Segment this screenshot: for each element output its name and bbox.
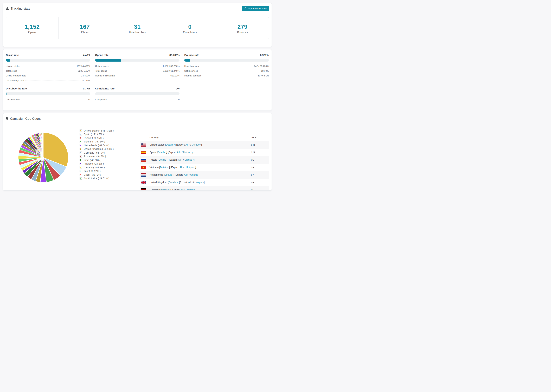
legend-item-italy[interactable]: Italy ( 36 / 2% ) — [80, 169, 114, 173]
geo-table-row-nl: Netherlands [Details ›] [Export: All › /… — [140, 171, 269, 179]
legend-label: Romania ( 49 / 3% ) — [84, 155, 106, 158]
legend-item-netherlands[interactable]: Netherlands ( 67 / 4% ) — [80, 143, 114, 147]
bar-chart-icon — [6, 7, 9, 11]
geo-table-header-row: Country Total — [140, 133, 269, 141]
legend-swatch — [80, 152, 82, 154]
geo-country-name: Germany — [149, 189, 161, 190]
legend-swatch — [80, 170, 82, 172]
rate-stat-value: 19 / 6.81% — [258, 74, 269, 77]
rate-section-bounce-rate: Bounce rate 6.927% Hard bounces 242 / 86… — [184, 54, 269, 84]
details-link[interactable]: Details › — [158, 158, 168, 161]
rate-stat-value: 0 — [178, 98, 180, 101]
dotted-leader — [199, 71, 260, 71]
export-unique-link[interactable]: Unique › — [184, 158, 194, 161]
dotted-leader — [28, 76, 80, 76]
details-link[interactable]: Details › — [166, 143, 175, 146]
summary-box-bounces: 279 Bounces — [216, 17, 269, 39]
geo-row-links: [Details ›] [Export: All › / Unique ›] — [164, 173, 200, 176]
legend-item-france[interactable]: France ( 42 / 2% ) — [80, 162, 114, 166]
rate-progress-track — [184, 59, 269, 62]
legend-item-south-africa[interactable]: South Africa ( 29 / 2% ) — [80, 177, 114, 181]
geo-country-name: Russia — [149, 158, 158, 161]
geo-opens-title: Campaign Geo Opens — [6, 117, 42, 121]
export-all-link[interactable]: All › — [181, 189, 185, 190]
export-all-link[interactable]: All › — [177, 151, 181, 154]
export-all-link[interactable]: All › — [185, 143, 190, 146]
export-unique-link[interactable]: Unique › — [183, 151, 193, 154]
rate-title: Complaints rate — [95, 87, 114, 90]
rate-stat-label: Total opens — [95, 70, 107, 72]
map-pin-icon — [6, 117, 8, 121]
legend-item-brazil[interactable]: Brazil ( 33 / 2% ) — [80, 173, 114, 177]
legend-item-russia[interactable]: Russia ( 86 / 5% ) — [80, 136, 114, 140]
export-unique-link[interactable]: Unique › — [187, 189, 197, 190]
geo-col-country: Country — [140, 133, 251, 141]
geo-opens-title-text: Campaign Geo Opens — [10, 117, 42, 121]
details-link[interactable]: Details › — [160, 166, 169, 169]
rate-stat-row: Unique clicks 167 / 4.456% — [6, 65, 90, 70]
rate-stat-value: 31 — [88, 98, 90, 101]
rate-stat-label: Total clicks — [6, 70, 17, 72]
dotted-leader — [21, 66, 76, 66]
details-link[interactable]: Details › — [164, 173, 173, 176]
geo-country-total: 67 — [251, 171, 269, 179]
legend-item-spain[interactable]: Spain ( 121 / 7% ) — [80, 133, 114, 136]
geo-row-links: [Details ›] [Export: All › / Unique ›] — [158, 158, 194, 161]
export-unique-link[interactable]: Unique › — [190, 173, 200, 176]
dotted-leader — [108, 71, 161, 71]
rates-grid: Clicks rate 4.46% Unique clicks 167 / 4.… — [3, 49, 272, 111]
geo-table-row-es: Spain [Details ›] [Export: All › / Uniqu… — [140, 149, 269, 156]
export-basic-stats-button[interactable]: Export basic stats — [242, 6, 269, 11]
details-link[interactable]: Details › — [161, 189, 170, 190]
flag-es-icon — [141, 151, 146, 154]
rate-section-unsubscribe-rate: Unsubscribe rate 0.77% Unsubscribes 31 — [6, 87, 90, 103]
legend-item-canada[interactable]: Canada ( 40 / 2% ) — [80, 166, 114, 169]
summary-label: Clicks — [58, 31, 111, 34]
geo-row-links: [Details ›] [Export: All › / Unique ›] — [156, 151, 193, 154]
export-button-label: Export basic stats — [248, 7, 267, 10]
legend-item-united-kingdom[interactable]: United Kingdom ( 59 / 3% ) — [80, 147, 114, 151]
rates-card: Clicks rate 4.46% Unique clicks 167 / 4.… — [3, 49, 272, 111]
export-all-link[interactable]: All › — [188, 181, 192, 184]
legend-item-vietnam[interactable]: Vietnam ( 79 / 5% ) — [80, 140, 114, 144]
dotted-leader — [203, 76, 256, 76]
rate-stat-row: Unique opens 1,152 / 30.736% — [95, 65, 180, 70]
export-all-link[interactable]: All › — [184, 173, 188, 176]
legend-swatch — [80, 144, 82, 147]
rate-stat-value: 2,303 / 61.446% — [163, 70, 179, 72]
rate-value: 0% — [176, 87, 180, 90]
rate-progress-fill — [95, 59, 121, 62]
legend-swatch — [80, 159, 82, 161]
export-all-link[interactable]: All › — [179, 166, 184, 169]
legend-item-india[interactable]: India ( 46 / 3% ) — [80, 158, 114, 162]
rate-stat-row: Soft bounces 18 / 0% — [184, 70, 269, 74]
legend-label: Russia ( 86 / 5% ) — [84, 137, 104, 139]
geo-pie-legend: United States ( 541 / 31% ) Spain ( 121 … — [80, 129, 114, 180]
rate-progress-track — [6, 92, 90, 95]
rate-section-complaints-rate: Complaints rate 0% Complaints 0 — [95, 87, 180, 103]
legend-item-united-states[interactable]: United States ( 541 / 31% ) — [80, 129, 114, 133]
rate-progress-track — [6, 59, 90, 62]
details-link[interactable]: Details › — [157, 151, 166, 154]
legend-swatch — [80, 137, 82, 139]
tracking-stats-title-text: Tracking stats — [11, 7, 30, 10]
geo-col-total: Total — [251, 133, 269, 141]
export-unique-link[interactable]: Unique › — [192, 143, 201, 146]
rate-stat-value: 689.82% — [170, 74, 179, 77]
flag-vn-icon — [141, 166, 146, 169]
summary-box-clicks: 167 Clicks — [58, 17, 111, 39]
legend-swatch — [80, 155, 82, 158]
legend-label: South Africa ( 29 / 2% ) — [84, 177, 109, 180]
summary-boxes: 1,152 Opens 167 Clicks 31 Unsubscribes 0… — [6, 17, 269, 39]
legend-item-germany[interactable]: Germany ( 55 / 3% ) — [80, 151, 114, 155]
geo-row-links: [Details ›] [Export: All › / Unique ›] — [168, 181, 205, 184]
rate-progress-fill — [6, 59, 10, 62]
legend-item-romania[interactable]: Romania ( 49 / 3% ) — [80, 155, 114, 158]
flag-gb-icon — [141, 181, 146, 184]
export-unique-link[interactable]: Unique › — [195, 181, 204, 184]
details-link[interactable]: Details › — [169, 181, 178, 184]
export-all-link[interactable]: All › — [178, 158, 182, 161]
legend-label: Vietnam ( 79 / 5% ) — [84, 140, 105, 143]
rate-title: Clicks rate — [6, 54, 19, 56]
export-unique-link[interactable]: Unique › — [186, 166, 195, 169]
